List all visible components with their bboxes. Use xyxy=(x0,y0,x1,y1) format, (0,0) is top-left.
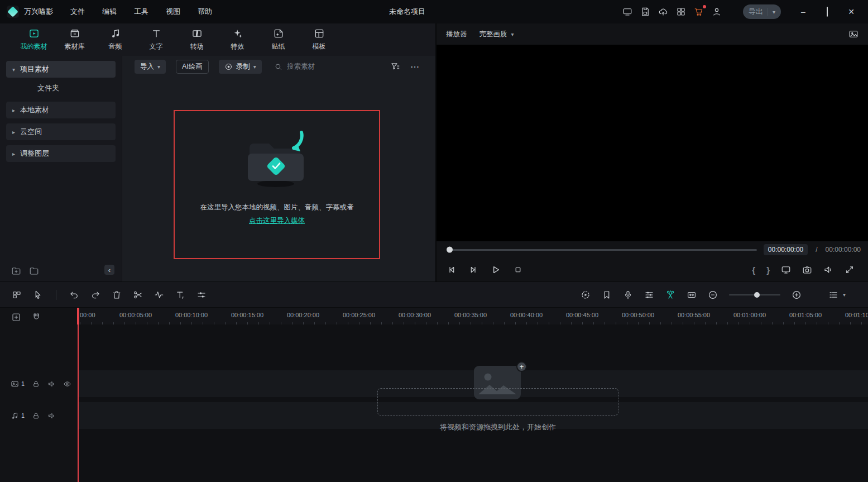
text-tool-icon[interactable] xyxy=(175,290,185,300)
tab-transitions[interactable]: 转场 xyxy=(176,28,217,51)
fullscreen-icon[interactable] xyxy=(845,265,855,275)
record-button[interactable]: 录制 ▾ xyxy=(219,60,262,74)
zoom-slider-handle[interactable] xyxy=(754,292,760,298)
audio-mixer-icon[interactable] xyxy=(644,290,654,300)
import-media-link[interactable]: 点击这里导入媒体 xyxy=(249,216,305,226)
tab-stock-media[interactable]: 素材库 xyxy=(54,28,95,51)
more-options-icon[interactable]: ⋯ xyxy=(410,61,420,72)
stop-button[interactable] xyxy=(513,265,523,275)
media-search xyxy=(274,63,359,71)
zoom-out-icon[interactable] xyxy=(708,290,718,300)
tab-templates[interactable]: 模板 xyxy=(299,28,339,51)
tab-label: 音频 xyxy=(109,42,122,51)
my-media-icon xyxy=(28,28,40,39)
compare-image-icon[interactable] xyxy=(848,29,859,39)
sidebar-item-local-media[interactable]: ▸ 本地素材 xyxy=(6,102,116,118)
add-media-to-track-icon[interactable] xyxy=(11,312,21,322)
playhead-line[interactable] xyxy=(78,308,79,482)
sidebar-item-cloud-space[interactable]: ▸ 云空间 xyxy=(6,123,116,140)
menu-help[interactable]: 帮助 xyxy=(198,7,212,17)
export-chevron-down-icon[interactable]: ▾ xyxy=(773,9,775,15)
lock-icon[interactable] xyxy=(32,380,40,388)
minimize-button[interactable]: – xyxy=(798,7,809,16)
ai-paint-button[interactable]: AI绘画 xyxy=(176,60,209,74)
magnet-snap-icon[interactable] xyxy=(31,312,41,322)
render-preview-icon[interactable] xyxy=(581,290,591,300)
mute-speaker-icon[interactable] xyxy=(47,380,56,388)
sidebar-item-folder[interactable]: 文件夹 xyxy=(6,80,116,97)
tab-audio[interactable]: 音频 xyxy=(95,28,136,51)
save-icon[interactable] xyxy=(640,7,650,17)
video-preview[interactable] xyxy=(437,45,868,241)
display-device-icon[interactable] xyxy=(781,265,791,275)
undo-icon[interactable] xyxy=(69,290,79,300)
volume-icon[interactable] xyxy=(823,265,833,275)
cut-scissors-icon[interactable] xyxy=(133,290,143,300)
delete-folder-icon[interactable] xyxy=(29,266,39,276)
zoom-slider[interactable] xyxy=(729,294,780,295)
add-media-plus-badge[interactable]: + xyxy=(516,361,527,372)
menu-tools[interactable]: 工具 xyxy=(134,7,148,17)
export-button[interactable]: 导出 ▾ xyxy=(743,4,781,19)
chevron-down-icon: ▾ xyxy=(157,64,160,70)
visibility-eye-icon[interactable] xyxy=(63,380,71,388)
import-drop-zone[interactable]: 在这里导入您本地的视频、图片、音频、字幕或者 点击这里导入媒体 xyxy=(174,110,380,259)
timeline-ruler[interactable]: 00:0000:00:05:0000:00:10:0000:00:15:0000… xyxy=(78,308,868,324)
import-button[interactable]: 导入 ▾ xyxy=(135,60,166,74)
new-folder-icon[interactable] xyxy=(11,266,21,276)
mark-in-button[interactable]: { xyxy=(752,265,755,275)
maximize-button[interactable] xyxy=(822,7,833,16)
speed-waveform-icon[interactable] xyxy=(154,290,164,300)
mute-speaker-icon[interactable] xyxy=(47,412,56,420)
timeline-drop-zone[interactable] xyxy=(377,388,618,416)
collapse-sidebar-button[interactable]: ‹ xyxy=(104,265,114,275)
app-logo-icon xyxy=(7,6,19,18)
total-time: 00:00:00:00 xyxy=(826,246,861,254)
tab-text[interactable]: 文字 xyxy=(136,28,176,51)
redo-icon[interactable] xyxy=(90,290,100,300)
seek-handle[interactable] xyxy=(447,247,453,253)
previous-frame-button[interactable] xyxy=(447,265,457,275)
tab-stickers[interactable]: 贴纸 xyxy=(258,28,299,51)
track-headers-column: 1 1 xyxy=(0,308,78,482)
tab-label: 文字 xyxy=(150,42,163,51)
search-input[interactable] xyxy=(287,63,359,70)
playhead-handle[interactable] xyxy=(77,308,79,324)
menu-file[interactable]: 文件 xyxy=(70,7,85,17)
menu-edit[interactable]: 编辑 xyxy=(102,7,117,17)
sidebar-item-adjustment-layer[interactable]: ▸ 调整图层 xyxy=(6,145,116,162)
apps-grid-icon[interactable] xyxy=(676,7,686,17)
cart-icon[interactable] xyxy=(694,7,704,17)
track-manager-icon[interactable] xyxy=(12,290,22,300)
ruler-tick-label: 00:00:05:00 xyxy=(119,312,152,318)
marker-icon[interactable] xyxy=(602,290,612,300)
cloud-upload-icon[interactable] xyxy=(658,7,668,17)
seek-bar[interactable] xyxy=(448,249,757,251)
voiceover-mic-icon[interactable] xyxy=(623,290,633,300)
triangle-right-icon: ▸ xyxy=(12,129,15,135)
next-frame-button[interactable] xyxy=(468,265,478,275)
lock-icon[interactable] xyxy=(32,412,40,420)
play-button[interactable] xyxy=(490,264,501,275)
zoom-in-icon[interactable] xyxy=(792,290,802,300)
split-scissors-icon[interactable] xyxy=(665,290,675,300)
mark-out-button[interactable]: } xyxy=(766,265,770,275)
track-view-switch[interactable]: ▾ xyxy=(828,290,846,300)
layout-monitor-icon[interactable] xyxy=(622,7,632,17)
sidebar-item-label: 云空间 xyxy=(20,127,42,137)
adjust-sliders-icon[interactable] xyxy=(196,290,207,300)
fit-timeline-icon[interactable] xyxy=(687,290,697,300)
user-icon[interactable] xyxy=(712,7,722,17)
delete-icon[interactable] xyxy=(112,290,122,300)
tab-effects[interactable]: 特效 xyxy=(217,28,258,51)
tab-my-media[interactable]: 我的素材 xyxy=(13,28,54,51)
filter-icon[interactable] xyxy=(390,61,400,71)
sidebar-item-label: 本地素材 xyxy=(20,105,49,115)
chevron-down-icon: ▾ xyxy=(843,292,846,298)
snapshot-camera-icon[interactable] xyxy=(802,265,812,275)
quality-dropdown[interactable]: 完整画质 ▾ xyxy=(479,30,514,39)
select-cursor-icon[interactable] xyxy=(33,290,43,300)
sidebar-item-project-media[interactable]: ▾ 项目素材 xyxy=(6,61,116,78)
menu-view[interactable]: 视图 xyxy=(166,7,180,17)
close-button[interactable]: ✕ xyxy=(846,7,857,16)
